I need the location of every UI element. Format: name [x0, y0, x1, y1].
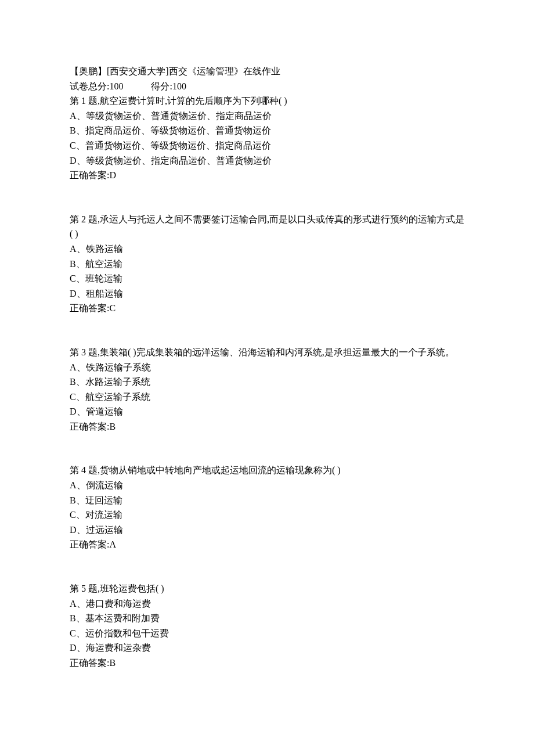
question-answer: 正确答案:D [70, 168, 464, 183]
question-option: D、管道运输 [70, 404, 464, 419]
question-5: 第 5 题,班轮运费包括( ) A、港口费和海运费 B、基本运费和附加费 C、运… [70, 581, 464, 671]
question-answer: 正确答案:B [70, 656, 464, 671]
question-option: A、港口费和海运费 [70, 596, 464, 611]
question-option: D、租船运输 [70, 286, 464, 301]
question-option: A、倒流运输 [70, 478, 464, 493]
question-1: 第 1 题,航空运费计算时,计算的先后顺序为下列哪种( ) A、等级货物运价、普… [70, 93, 464, 183]
question-option: D、过远运输 [70, 523, 464, 538]
question-prompt: 第 4 题,货物从销地或中转地向产地或起运地回流的运输现象称为( ) [70, 463, 464, 478]
document-title: 【奥鹏】[西安交通大学]西交《运输管理》在线作业 [70, 64, 464, 79]
question-option: D、等级货物运价、指定商品运价、普通货物运价 [70, 153, 464, 168]
question-option: C、普通货物运价、等级货物运价、指定商品运价 [70, 138, 464, 153]
question-2: 第 2 题,承运人与托运人之间不需要签订运输合同,而是以口头或传真的形式进行预约… [70, 212, 464, 316]
score-value: 100 [172, 81, 186, 91]
question-option: D、海运费和运杂费 [70, 640, 464, 656]
question-option: B、迂回运输 [70, 493, 464, 508]
question-option: C、班轮运输 [70, 271, 464, 286]
question-option: B、水路运输子系统 [70, 375, 464, 390]
question-option: A、等级货物运价、普通货物运价、指定商品运价 [70, 109, 464, 124]
question-4: 第 4 题,货物从销地或中转地向产地或起运地回流的运输现象称为( ) A、倒流运… [70, 463, 464, 552]
question-option: C、对流运输 [70, 507, 464, 523]
question-option: B、航空运输 [70, 257, 464, 272]
question-option: A、铁路运输 [70, 242, 464, 257]
question-prompt: 第 3 题,集装箱( )完成集装箱的远洋运输、沿海运输和内河系统,是承担运量最大… [70, 345, 464, 360]
question-option: A、铁路运输子系统 [70, 360, 464, 375]
total-score-value: 100 [109, 81, 123, 91]
question-answer: 正确答案:C [70, 301, 464, 316]
question-option: B、基本运费和附加费 [70, 611, 464, 626]
question-3: 第 3 题,集装箱( )完成集装箱的远洋运输、沿海运输和内河系统,是承担运量最大… [70, 345, 464, 434]
document-page: 【奥鹏】[西安交通大学]西交《运输管理》在线作业 试卷总分:100得分:100 … [0, 0, 534, 705]
score-line: 试卷总分:100得分:100 [70, 79, 464, 94]
question-answer: 正确答案:A [70, 537, 464, 552]
question-prompt: 第 2 题,承运人与托运人之间不需要签订运输合同,而是以口头或传真的形式进行预约… [70, 212, 464, 242]
question-option: C、运价指数和包干运费 [70, 626, 464, 641]
question-option: C、航空运输子系统 [70, 390, 464, 405]
question-answer: 正确答案:B [70, 419, 464, 434]
question-prompt: 第 1 题,航空运费计算时,计算的先后顺序为下列哪种( ) [70, 93, 464, 109]
question-option: B、指定商品运价、等级货物运价、普通货物运价 [70, 123, 464, 138]
score-label: 得分: [151, 81, 172, 91]
question-prompt: 第 5 题,班轮运费包括( ) [70, 581, 464, 596]
total-score-label: 试卷总分: [70, 81, 109, 91]
